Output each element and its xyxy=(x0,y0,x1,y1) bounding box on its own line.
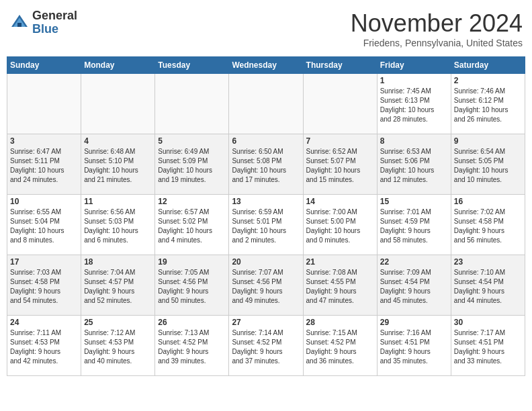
day-info: Sunrise: 6:57 AM Sunset: 5:02 PM Dayligh… xyxy=(158,208,226,245)
day-info: Sunrise: 7:05 AM Sunset: 4:56 PM Dayligh… xyxy=(158,268,226,306)
day-number: 4 xyxy=(84,136,152,146)
weekday-header-friday: Friday xyxy=(377,57,451,74)
day-info: Sunrise: 7:02 AM Sunset: 4:58 PM Dayligh… xyxy=(454,208,522,245)
weekday-header-wednesday: Wednesday xyxy=(229,57,303,74)
week-row-5: 24Sunrise: 7:11 AM Sunset: 4:53 PM Dayli… xyxy=(7,316,525,376)
weekday-header-monday: Monday xyxy=(81,57,155,74)
day-number: 9 xyxy=(454,136,522,146)
day-number: 8 xyxy=(380,136,448,146)
day-number: 27 xyxy=(232,318,300,327)
day-info: Sunrise: 7:15 AM Sunset: 4:52 PM Dayligh… xyxy=(306,328,374,366)
day-info: Sunrise: 7:11 AM Sunset: 4:53 PM Dayligh… xyxy=(10,328,78,366)
calendar-cell: 13Sunrise: 6:59 AM Sunset: 5:01 PM Dayli… xyxy=(229,195,303,255)
day-info: Sunrise: 6:47 AM Sunset: 5:11 PM Dayligh… xyxy=(10,147,78,185)
day-number: 23 xyxy=(454,257,522,267)
calendar-cell: 12Sunrise: 6:57 AM Sunset: 5:02 PM Dayli… xyxy=(155,195,229,255)
calendar-cell: 26Sunrise: 7:13 AM Sunset: 4:52 PM Dayli… xyxy=(155,316,229,376)
day-info: Sunrise: 7:16 AM Sunset: 4:51 PM Dayligh… xyxy=(380,328,448,366)
day-info: Sunrise: 6:59 AM Sunset: 5:01 PM Dayligh… xyxy=(232,208,300,245)
day-info: Sunrise: 6:49 AM Sunset: 5:09 PM Dayligh… xyxy=(158,147,226,185)
calendar-cell: 16Sunrise: 7:02 AM Sunset: 4:58 PM Dayli… xyxy=(451,195,525,255)
day-number: 26 xyxy=(158,318,226,327)
calendar-cell: 8Sunrise: 6:53 AM Sunset: 5:06 PM Daylig… xyxy=(377,134,451,195)
location: Friedens, Pennsylvania, United States xyxy=(351,38,523,48)
calendar-cell: 15Sunrise: 7:01 AM Sunset: 4:59 PM Dayli… xyxy=(377,195,451,255)
week-row-1: 1Sunrise: 7:45 AM Sunset: 6:13 PM Daylig… xyxy=(7,74,525,134)
calendar-cell: 4Sunrise: 6:48 AM Sunset: 5:10 PM Daylig… xyxy=(81,134,155,195)
day-info: Sunrise: 7:01 AM Sunset: 4:59 PM Dayligh… xyxy=(380,208,448,245)
day-info: Sunrise: 7:10 AM Sunset: 4:54 PM Dayligh… xyxy=(454,268,522,306)
calendar-cell: 7Sunrise: 6:52 AM Sunset: 5:07 PM Daylig… xyxy=(303,134,377,195)
calendar-cell: 27Sunrise: 7:14 AM Sunset: 4:52 PM Dayli… xyxy=(229,316,303,376)
calendar-cell: 17Sunrise: 7:03 AM Sunset: 4:58 PM Dayli… xyxy=(7,255,81,316)
day-number: 25 xyxy=(84,318,152,327)
day-info: Sunrise: 7:46 AM Sunset: 6:12 PM Dayligh… xyxy=(454,87,522,124)
day-number: 12 xyxy=(158,197,226,206)
title-block: November 2024 Friedens, Pennsylvania, Un… xyxy=(351,9,523,48)
page-header: General Blue November 2024 Friedens, Pen… xyxy=(7,7,525,51)
day-number: 2 xyxy=(454,76,522,85)
day-info: Sunrise: 7:13 AM Sunset: 4:52 PM Dayligh… xyxy=(158,328,226,366)
calendar-cell: 9Sunrise: 6:54 AM Sunset: 5:05 PM Daylig… xyxy=(451,134,525,195)
calendar-cell: 10Sunrise: 6:55 AM Sunset: 5:04 PM Dayli… xyxy=(7,195,81,255)
calendar-cell xyxy=(81,74,155,134)
day-number: 3 xyxy=(10,136,78,146)
day-info: Sunrise: 7:17 AM Sunset: 4:51 PM Dayligh… xyxy=(454,328,522,366)
calendar-cell: 20Sunrise: 7:07 AM Sunset: 4:56 PM Dayli… xyxy=(229,255,303,316)
day-number: 15 xyxy=(380,197,448,206)
calendar-cell: 2Sunrise: 7:46 AM Sunset: 6:12 PM Daylig… xyxy=(451,74,525,134)
logo-general: General xyxy=(32,9,77,22)
day-number: 10 xyxy=(10,197,78,206)
logo-icon xyxy=(9,13,30,33)
day-info: Sunrise: 7:07 AM Sunset: 4:56 PM Dayligh… xyxy=(232,268,300,306)
calendar-cell: 18Sunrise: 7:04 AM Sunset: 4:57 PM Dayli… xyxy=(81,255,155,316)
calendar-cell: 19Sunrise: 7:05 AM Sunset: 4:56 PM Dayli… xyxy=(155,255,229,316)
weekday-header-thursday: Thursday xyxy=(303,57,377,74)
month-title: November 2024 xyxy=(351,9,523,38)
day-info: Sunrise: 7:12 AM Sunset: 4:53 PM Dayligh… xyxy=(84,328,152,366)
calendar-cell: 14Sunrise: 7:00 AM Sunset: 5:00 PM Dayli… xyxy=(303,195,377,255)
weekday-header-tuesday: Tuesday xyxy=(155,57,229,74)
day-info: Sunrise: 6:53 AM Sunset: 5:06 PM Dayligh… xyxy=(380,147,448,185)
day-info: Sunrise: 6:56 AM Sunset: 5:03 PM Dayligh… xyxy=(84,208,152,245)
day-number: 1 xyxy=(380,76,448,85)
day-number: 24 xyxy=(10,318,78,327)
week-row-3: 10Sunrise: 6:55 AM Sunset: 5:04 PM Dayli… xyxy=(7,195,525,255)
day-number: 21 xyxy=(306,257,374,267)
day-number: 20 xyxy=(232,257,300,267)
day-info: Sunrise: 6:50 AM Sunset: 5:08 PM Dayligh… xyxy=(232,147,300,185)
week-row-4: 17Sunrise: 7:03 AM Sunset: 4:58 PM Dayli… xyxy=(7,255,525,316)
calendar-cell: 25Sunrise: 7:12 AM Sunset: 4:53 PM Dayli… xyxy=(81,316,155,376)
day-number: 6 xyxy=(232,136,300,146)
calendar-cell: 29Sunrise: 7:16 AM Sunset: 4:51 PM Dayli… xyxy=(377,316,451,376)
day-info: Sunrise: 6:54 AM Sunset: 5:05 PM Dayligh… xyxy=(454,147,522,185)
day-number: 19 xyxy=(158,257,226,267)
calendar-cell: 30Sunrise: 7:17 AM Sunset: 4:51 PM Dayli… xyxy=(451,316,525,376)
calendar-cell: 3Sunrise: 6:47 AM Sunset: 5:11 PM Daylig… xyxy=(7,134,81,195)
calendar-cell xyxy=(229,74,303,134)
calendar-cell xyxy=(155,74,229,134)
calendar-cell: 23Sunrise: 7:10 AM Sunset: 4:54 PM Dayli… xyxy=(451,255,525,316)
day-number: 5 xyxy=(158,136,226,146)
calendar-cell: 1Sunrise: 7:45 AM Sunset: 6:13 PM Daylig… xyxy=(377,74,451,134)
day-info: Sunrise: 6:48 AM Sunset: 5:10 PM Dayligh… xyxy=(84,147,152,185)
calendar-cell xyxy=(303,74,377,134)
calendar-cell: 28Sunrise: 7:15 AM Sunset: 4:52 PM Dayli… xyxy=(303,316,377,376)
calendar-cell xyxy=(7,74,81,134)
day-number: 7 xyxy=(306,136,374,146)
day-number: 13 xyxy=(232,197,300,206)
calendar-cell: 21Sunrise: 7:08 AM Sunset: 4:55 PM Dayli… xyxy=(303,255,377,316)
weekday-header-saturday: Saturday xyxy=(451,57,525,74)
day-number: 18 xyxy=(84,257,152,267)
weekday-header-sunday: Sunday xyxy=(7,57,81,74)
day-number: 11 xyxy=(84,197,152,206)
calendar-cell: 24Sunrise: 7:11 AM Sunset: 4:53 PM Dayli… xyxy=(7,316,81,376)
day-info: Sunrise: 7:45 AM Sunset: 6:13 PM Dayligh… xyxy=(380,87,448,124)
day-number: 29 xyxy=(380,318,448,327)
day-info: Sunrise: 7:08 AM Sunset: 4:55 PM Dayligh… xyxy=(306,268,374,306)
calendar-cell: 5Sunrise: 6:49 AM Sunset: 5:09 PM Daylig… xyxy=(155,134,229,195)
day-number: 22 xyxy=(380,257,448,267)
week-row-2: 3Sunrise: 6:47 AM Sunset: 5:11 PM Daylig… xyxy=(7,134,525,195)
calendar-cell: 6Sunrise: 6:50 AM Sunset: 5:08 PM Daylig… xyxy=(229,134,303,195)
day-number: 28 xyxy=(306,318,374,327)
